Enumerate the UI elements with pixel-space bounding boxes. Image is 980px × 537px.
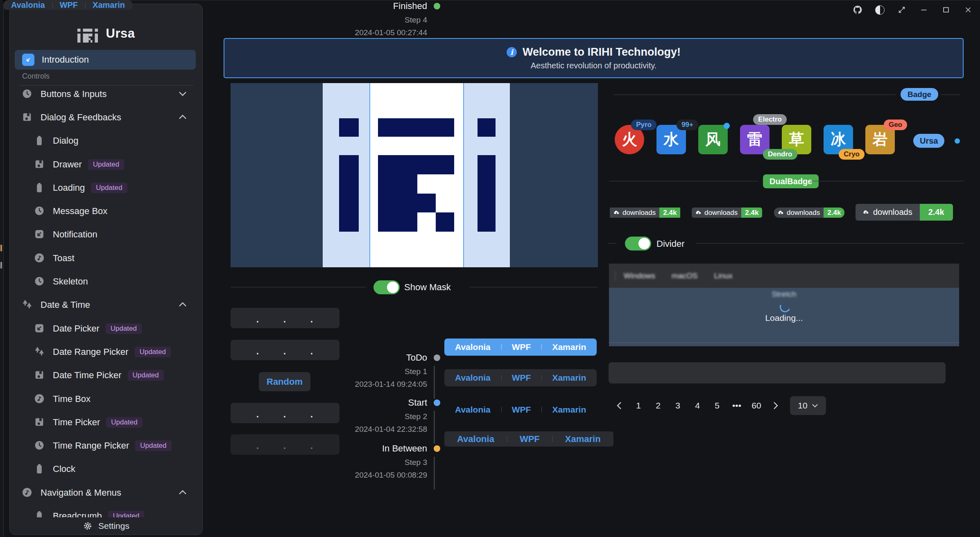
- mask-separator-left[interactable]: [369, 83, 370, 267]
- sidebar-item-label: Date & Time: [41, 300, 90, 310]
- option-xamarin[interactable]: Xamarin: [541, 342, 597, 352]
- sidebar-item-icon: [34, 135, 46, 147]
- sidebar-item[interactable]: Time Range Picker Updated: [10, 434, 202, 457]
- timeline-title: Start: [408, 397, 427, 408]
- sidebar-item[interactable]: Toast: [10, 246, 202, 270]
- selection-group: Avalonia WPF Xamarin: [444, 431, 613, 447]
- cloud-download-icon: [778, 210, 784, 216]
- sidebar-nav-list: Buttons & Inputs: [10, 82, 202, 518]
- updated-badge: Updated: [88, 159, 124, 170]
- option-avalonia[interactable]: Avalonia: [444, 342, 501, 352]
- sidebar-item[interactable]: Skeleton: [10, 270, 202, 293]
- page-number[interactable]: 1: [629, 397, 648, 414]
- empty-text-input[interactable]: [609, 362, 946, 384]
- tab-item[interactable]: Windows: [616, 271, 663, 280]
- tile-badge: Electro: [753, 114, 787, 125]
- sidebar-settings[interactable]: Settings: [10, 517, 202, 535]
- timeline-connector: [434, 366, 435, 399]
- dualbadge-section-label: DualBadge: [763, 174, 819, 188]
- blurred-content-text: Stretch: [609, 290, 959, 299]
- ip-input-2[interactable]: [231, 340, 339, 360]
- maximize-icon[interactable]: [941, 5, 951, 15]
- sidebar-item[interactable]: Message Box: [10, 199, 202, 223]
- tab-item[interactable]: macOS: [663, 271, 706, 280]
- option-wpf[interactable]: WPF: [507, 434, 552, 444]
- option-xamarin[interactable]: Xamarin: [541, 405, 597, 415]
- download-badges: downloads 2.4k downloads 2.4k: [610, 204, 962, 221]
- sidebar-item-label: Time Range Picker: [53, 440, 129, 451]
- ip-input-1[interactable]: [231, 308, 339, 328]
- sidebar-item[interactable]: Drawer Updated: [10, 153, 202, 176]
- sidebar-item[interactable]: Navigation & Menus: [10, 481, 202, 504]
- prev-page-icon[interactable]: [612, 397, 626, 414]
- option-avalonia[interactable]: Avalonia: [444, 405, 501, 415]
- sidebar-item[interactable]: Loading Updated: [10, 176, 202, 199]
- sidebar-item[interactable]: Notification: [10, 223, 202, 246]
- sidebar-item-icon: [34, 182, 46, 194]
- sidebar-item[interactable]: Date & Time: [10, 293, 202, 317]
- chevron-icon: [179, 301, 187, 309]
- theme-toggle-icon[interactable]: [874, 5, 885, 15]
- sidebar-item-icon: [34, 323, 46, 335]
- sidebar-item[interactable]: Breadcrumb Updated: [10, 504, 202, 518]
- tab-item[interactable]: Linux: [706, 271, 740, 280]
- page-number[interactable]: 3: [668, 397, 688, 414]
- github-icon[interactable]: [852, 5, 863, 15]
- divider-toggle[interactable]: [625, 237, 651, 250]
- page-size-select[interactable]: 10: [790, 396, 826, 415]
- option-avalonia[interactable]: Avalonia: [444, 373, 501, 383]
- expand-icon[interactable]: [896, 5, 907, 15]
- sidebar-item[interactable]: Date Range Picker Updated: [10, 340, 202, 363]
- option-wpf[interactable]: WPF: [52, 0, 85, 10]
- clock-icon: [34, 440, 45, 451]
- sidebar-item[interactable]: Time Picker Updated: [10, 411, 202, 434]
- ip-input-3[interactable]: [231, 403, 339, 423]
- app-window: Ursa Introduction Controls: [3, 0, 980, 537]
- option-wpf[interactable]: WPF: [501, 342, 542, 352]
- mask-separator-right[interactable]: [463, 83, 464, 267]
- sidebar-item[interactable]: Date Picker Updated: [10, 317, 202, 340]
- download-badge-left: downloads: [856, 204, 920, 221]
- timeline-title: Finished: [393, 1, 427, 11]
- minimize-icon[interactable]: [919, 5, 929, 15]
- timeline-time: 2024-01-05 00:27:44: [335, 28, 440, 37]
- floppy-icon: [34, 158, 45, 170]
- selection-group: Avalonia WPF Xamarin: [444, 398, 597, 421]
- music-note-icon: [21, 487, 33, 498]
- sidebar-item-introduction[interactable]: Introduction: [15, 50, 196, 70]
- next-page-icon[interactable]: [769, 397, 783, 414]
- trees-icon: [34, 346, 45, 357]
- titlebar: [852, 5, 973, 15]
- option-xamarin[interactable]: Xamarin: [552, 434, 613, 444]
- selection-group: Avalonia WPF Xamarin: [444, 369, 597, 386]
- option-wpf[interactable]: WPF: [501, 405, 542, 415]
- sidebar-item-icon: [34, 510, 46, 518]
- option-xamarin[interactable]: Xamarin: [541, 373, 597, 383]
- element-char: 水: [664, 129, 679, 150]
- sidebar-item[interactable]: Dialog: [10, 129, 202, 153]
- sidebar-item[interactable]: Dialog & Feedbacks: [10, 106, 202, 129]
- loading-panel: WindowsmacOSLinux Stretch Loading...: [609, 264, 959, 346]
- timeline-time: 2024-01-04 22:32:58: [335, 425, 440, 434]
- option-wpf[interactable]: WPF: [501, 373, 542, 383]
- page-number[interactable]: 2: [648, 397, 668, 414]
- sidebar-item[interactable]: Time Box: [10, 387, 202, 411]
- page-number[interactable]: 5: [707, 397, 727, 414]
- sidebar-item[interactable]: Date Time Picker Updated: [10, 364, 202, 387]
- timeline-connector: [434, 411, 435, 444]
- page-number[interactable]: 60: [747, 397, 766, 414]
- timeline-dot: [434, 445, 440, 452]
- page-number[interactable]: 4: [688, 397, 707, 414]
- tile-badge: 99+: [677, 120, 698, 130]
- show-mask-toggle[interactable]: [373, 280, 400, 294]
- option-xamarin[interactable]: Xamarin: [85, 0, 132, 10]
- close-icon[interactable]: [963, 5, 973, 15]
- random-button[interactable]: Random: [259, 372, 310, 391]
- page-number[interactable]: •••: [727, 397, 747, 414]
- option-avalonia[interactable]: Avalonia: [4, 0, 52, 10]
- sidebar-item-icon: [34, 228, 46, 241]
- loading-spinner-icon: [778, 300, 792, 314]
- sidebar-item[interactable]: Buttons & Inputs: [10, 82, 202, 106]
- sidebar-item[interactable]: Clock: [10, 458, 202, 481]
- option-avalonia[interactable]: Avalonia: [444, 434, 507, 444]
